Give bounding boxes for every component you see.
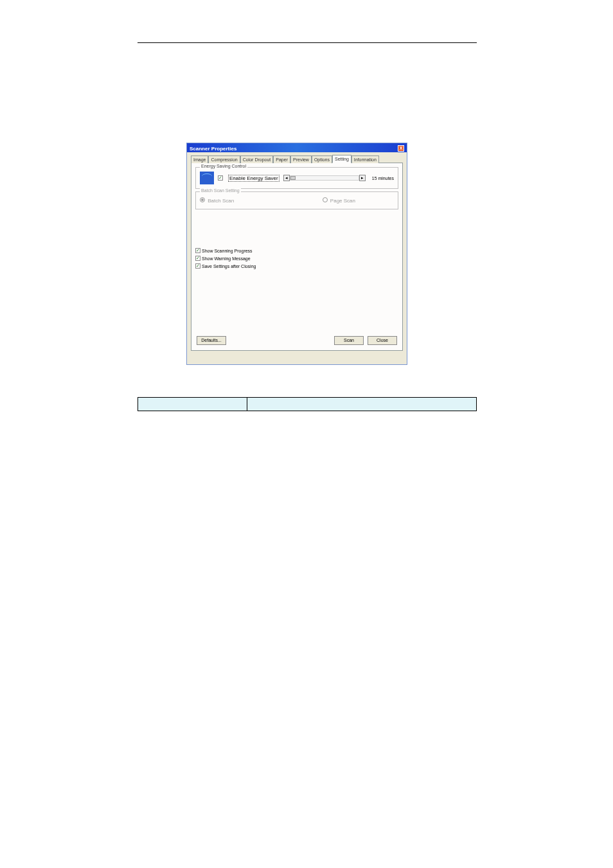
tab-compression[interactable]: Compression [208,155,240,163]
tab-paper[interactable]: Paper [273,155,290,163]
table-row [138,398,477,411]
slider-right-icon[interactable]: ▸ [359,175,366,181]
batch-scan-title: Batch Scan Setting [200,188,241,193]
tab-image[interactable]: Image [191,155,208,163]
batch-scan-group: Batch Scan Setting Batch Scan Page Scan [195,191,398,209]
show-scanning-progress-checkbox[interactable] [195,248,200,253]
defaults-button[interactable]: Defaults... [197,336,226,345]
tab-color-dropout[interactable]: Color Dropout [240,155,274,163]
save-settings-after-closing-label: Save Settings after Closing [202,264,256,269]
enable-energy-saver-checkbox[interactable] [218,175,223,181]
scan-button[interactable]: Scan [334,336,364,345]
description-table [138,397,477,411]
tab-strip: Image Compression Color Dropout Paper Pr… [191,155,403,163]
table-cell-heading [138,398,247,411]
dialog-title: Scanner Properties [190,146,236,152]
tab-preview[interactable]: Preview [290,155,312,163]
energy-saving-group: Energy Saving Control Enable Energy Save… [195,167,398,189]
header-rule [138,42,477,43]
page-scan-radio [323,197,328,202]
tab-setting[interactable]: Setting [332,155,351,163]
table-cell-body [247,398,477,411]
tab-information[interactable]: Information [351,155,379,163]
page-scan-label: Page Scan [330,198,355,204]
save-settings-after-closing-checkbox[interactable] [195,263,200,269]
scanner-properties-dialog: Scanner Properties X Image Compression C… [186,143,407,365]
close-icon[interactable]: X [398,145,404,152]
page-scan-option: Page Scan [323,197,355,204]
show-scanning-progress-label: Show Scanning Progress [202,249,253,253]
batch-scan-label: Batch Scan [208,198,234,204]
slider-thumb[interactable] [290,176,296,180]
slider-bar[interactable] [290,175,359,181]
batch-scan-radio [200,197,205,202]
energy-saver-slider[interactable]: ◂ ▸ [283,175,366,181]
energy-star-icon [200,172,214,184]
tab-options[interactable]: Options [312,155,332,163]
options-checklist: Show Scanning Progress Show Warning Mess… [195,248,398,269]
close-button[interactable]: Close [368,336,397,345]
titlebar: Scanner Properties X [187,143,407,152]
setting-panel: Energy Saving Control Enable Energy Save… [191,163,403,351]
enable-energy-saver-label: Enable Energy Saver [228,175,280,182]
show-warning-message-label: Show Warning Message [202,256,251,261]
energy-saving-title: Energy Saving Control [200,164,247,168]
slider-value-label: 15 minutes [372,176,394,181]
batch-scan-option: Batch Scan [200,197,234,204]
show-warning-message-checkbox[interactable] [195,256,200,261]
dialog-button-row: Defaults... Scan Close [197,336,397,345]
slider-left-icon[interactable]: ◂ [283,175,290,181]
